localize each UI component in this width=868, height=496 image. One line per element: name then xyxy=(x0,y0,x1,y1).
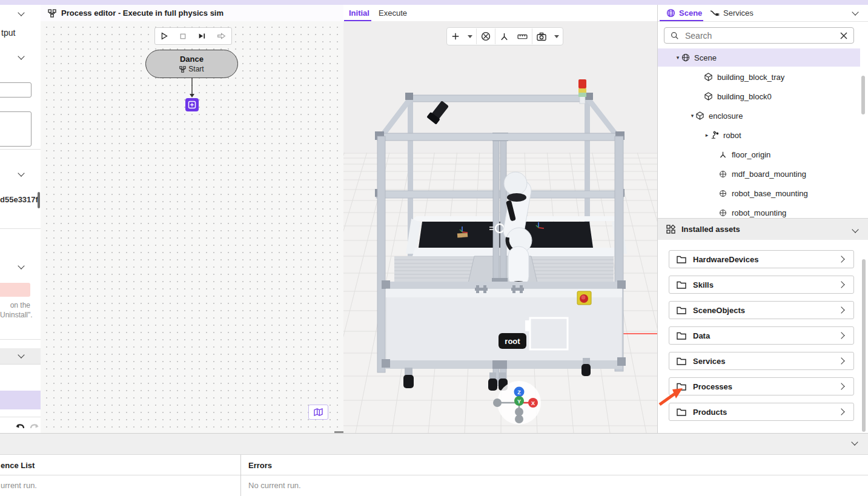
tree-label: building_block0 xyxy=(717,92,772,101)
uninstall-pink-badge xyxy=(0,283,30,297)
errors-body: No current run. xyxy=(248,481,301,490)
scene-search[interactable] xyxy=(664,27,854,44)
text-field[interactable] xyxy=(0,82,31,98)
tab-scene[interactable]: Scene xyxy=(679,8,702,18)
textarea-field[interactable] xyxy=(0,111,31,147)
viewport-tabbar: Initial Execute xyxy=(343,5,657,22)
tab-initial[interactable]: Initial xyxy=(349,8,369,18)
redo-icon[interactable] xyxy=(29,421,40,431)
undo-icon[interactable] xyxy=(15,421,25,431)
mounting-icon xyxy=(719,190,727,197)
caret-down-icon xyxy=(468,35,472,38)
emergency-stop[interactable] xyxy=(577,291,591,305)
gizmo-free-handle[interactable] xyxy=(493,398,502,407)
clear-search-icon[interactable] xyxy=(840,32,847,39)
asset-folder-processes[interactable]: Processes xyxy=(669,377,854,395)
flow-canvas[interactable]: Dance Start xyxy=(41,21,343,433)
assets-collapse-chevron-icon xyxy=(852,226,858,233)
hash-label: d55e3317f xyxy=(0,195,38,204)
caret-right-icon[interactable]: ▸ xyxy=(704,132,710,138)
node-subtitle-row: Start xyxy=(179,65,204,73)
asset-folder-skills[interactable]: Skills xyxy=(669,276,854,294)
gizmo-y-label: Y xyxy=(517,398,521,405)
asset-folder-services[interactable]: Services xyxy=(669,352,854,370)
tree-row-building-block-tray[interactable]: building_block_tray xyxy=(658,68,860,86)
assets-scrollbar[interactable] xyxy=(862,259,866,432)
run-stop-button[interactable] xyxy=(175,28,191,44)
tree-scrollbar[interactable] xyxy=(861,76,865,114)
assets-grid-icon xyxy=(666,225,675,234)
scene-panel: Scene Services ▾ Scene xyxy=(657,5,868,435)
3d-scene[interactable]: Z Y X xyxy=(343,21,657,433)
section-chevron-icon[interactable] xyxy=(18,53,24,59)
signal-tower[interactable] xyxy=(578,79,586,104)
folder-icon xyxy=(677,256,686,263)
caret-down-icon[interactable]: ▾ xyxy=(675,55,681,61)
frames-toggle-button[interactable] xyxy=(495,28,513,44)
collapse-chevron-icon[interactable] xyxy=(18,9,24,16)
bottom-panel-chevron-icon[interactable] xyxy=(851,438,858,445)
tab-services[interactable]: Services xyxy=(723,8,754,18)
sequence-list-header: ence List xyxy=(1,461,35,470)
camera-view-button[interactable] xyxy=(532,28,551,44)
flowchart-icon xyxy=(48,9,56,18)
asset-folder-data[interactable]: Data xyxy=(669,326,854,345)
folder-icon xyxy=(677,408,686,416)
asset-folder-sceneobjects[interactable]: SceneObjects xyxy=(669,301,854,319)
flow-node-dance-start[interactable]: Dance Start xyxy=(145,50,238,78)
run-skip-button[interactable] xyxy=(213,28,230,44)
tree-row-robot[interactable]: ▸ robot xyxy=(658,126,860,144)
app-window: tput d55e3317f on the Uninstall". xyxy=(0,0,868,496)
tree-row-robot-mounting[interactable]: robot_mounting xyxy=(658,203,860,218)
camera-view-dropdown[interactable] xyxy=(551,28,563,44)
run-step-button[interactable] xyxy=(194,28,210,44)
output-label: tput xyxy=(1,28,15,38)
run-play-button[interactable] xyxy=(156,28,173,44)
viewport-toolbar xyxy=(446,27,563,45)
asset-folder-hardwaredevices[interactable]: HardwareDevices xyxy=(669,250,854,268)
add-object-button[interactable] xyxy=(447,28,464,44)
left-panel-scrollbar[interactable] xyxy=(38,192,40,208)
add-node-button[interactable] xyxy=(185,98,199,111)
tree-label: Scene xyxy=(694,53,717,62)
bottom-panel-divider xyxy=(240,455,241,496)
tree-row-mdf-board-mounting[interactable]: mdf_board_mounting xyxy=(658,165,860,183)
section-chevron-icon xyxy=(18,351,24,358)
selected-list-item[interactable] xyxy=(0,391,41,409)
add-object-dropdown[interactable] xyxy=(464,28,476,44)
globe-icon xyxy=(681,53,690,62)
collapsed-section-header[interactable] xyxy=(0,348,41,365)
plus-icon xyxy=(451,32,460,41)
minimap-toggle-button[interactable] xyxy=(308,405,328,420)
node-subtitle: Start xyxy=(188,65,204,73)
tree-row-enclosure[interactable]: ▾ enclosure xyxy=(658,107,860,125)
bottom-panel: ence List urrent run. Errors No current … xyxy=(0,454,868,496)
asset-folder-products[interactable]: Products xyxy=(669,403,854,421)
caret-down-icon[interactable]: ▾ xyxy=(689,113,695,119)
tree-label: building_block_tray xyxy=(717,73,784,82)
errors-header: Errors xyxy=(248,461,272,470)
process-editor-panel: Process editor - Execute in full physics… xyxy=(41,5,344,433)
services-plug-icon xyxy=(710,9,720,18)
flow-run-toolbar xyxy=(154,27,232,45)
measure-button[interactable] xyxy=(513,28,532,44)
section-chevron-icon[interactable] xyxy=(18,262,24,269)
tree-row-building-block0[interactable]: building_block0 xyxy=(658,87,860,105)
process-editor-header: Process editor - Execute in full physics… xyxy=(41,5,343,22)
installed-assets-header[interactable]: Installed assets xyxy=(658,218,868,240)
gizmo-x-label: X xyxy=(531,400,535,406)
tree-label: robot xyxy=(723,131,741,140)
node-title: Dance xyxy=(180,55,204,64)
chevron-right-icon xyxy=(838,408,844,415)
panel-collapse-chevron-icon[interactable] xyxy=(852,8,858,15)
section-chevron-icon[interactable] xyxy=(18,170,24,176)
tree-row-robot-base-mounting[interactable]: robot_base_mounting xyxy=(658,184,860,202)
chevron-right-icon xyxy=(838,306,844,313)
tree-label: mdf_board_mounting xyxy=(732,170,806,179)
search-input[interactable] xyxy=(684,30,840,41)
collision-toggle-button[interactable] xyxy=(477,28,495,44)
tree-row-scene[interactable]: ▾ Scene xyxy=(658,48,860,67)
tab-execute[interactable]: Execute xyxy=(379,8,407,18)
tree-row-floor-origin[interactable]: floor_origin xyxy=(658,145,860,164)
root-tooltip: root xyxy=(499,333,526,349)
